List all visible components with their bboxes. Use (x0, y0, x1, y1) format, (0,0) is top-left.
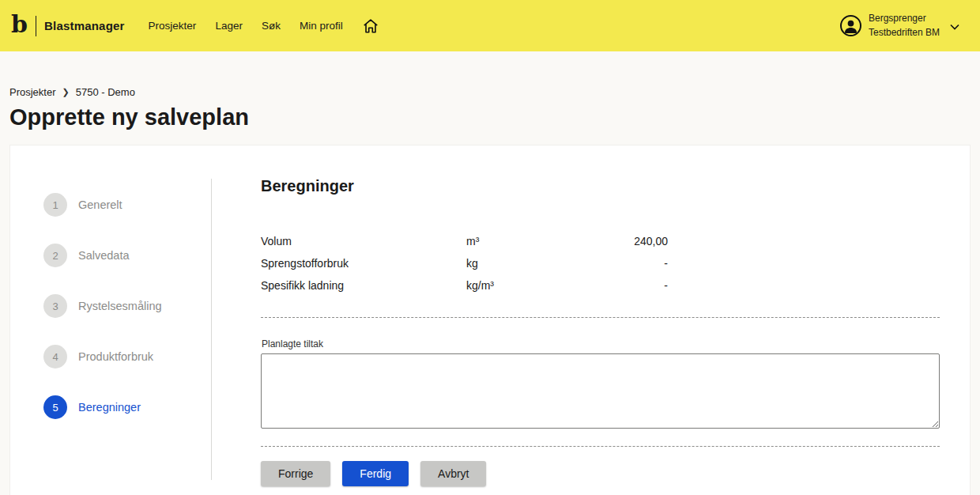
step-4-circle: 4 (43, 345, 67, 368)
user-menu[interactable]: Bergsprenger Testbedriften BM (840, 12, 959, 40)
wizard-stepper: 1 Generelt 2 Salvedata 3 Rystelsesmåling… (43, 176, 211, 486)
step-3-circle: 3 (43, 294, 67, 318)
row-label: Volum (261, 235, 466, 248)
table-row-volum: Volum m³ 240,00 (261, 230, 940, 252)
row-unit: kg (466, 257, 581, 270)
table-row-spesifikk-ladning: Spesifikk ladning kg/m³ - (261, 274, 940, 297)
page-body: Prosjekter ❯ 5750 - Demo Opprette ny sal… (0, 86, 980, 495)
calculations-table: Volum m³ 240,00 Sprengstofforbruk kg - S… (261, 230, 940, 297)
row-value: - (581, 257, 668, 270)
row-unit: kg/m³ (466, 279, 581, 292)
brand-name: Blastmanager (44, 19, 125, 32)
step-4-label: Produktforbruk (78, 350, 153, 363)
step-1-circle: 1 (43, 193, 67, 217)
step-content: Beregninger Volum m³ 240,00 Sprengstoffo… (212, 176, 940, 486)
home-icon[interactable] (362, 17, 379, 35)
user-company: Testbedriften BM (869, 26, 940, 40)
step-produktforbruk[interactable]: 4 Produktforbruk (43, 345, 211, 368)
chevron-down-icon[interactable] (950, 19, 959, 33)
breadcrumb-prosjekter[interactable]: Prosjekter (9, 86, 56, 98)
step-3-label: Rystelsesmåling (78, 300, 162, 312)
logo-divider (36, 16, 36, 36)
row-label: Spesifikk ladning (261, 279, 466, 292)
previous-button[interactable]: Forrige (261, 461, 330, 486)
app-logo[interactable]: b Blastmanager (11, 14, 125, 38)
salveplan-card: 1 Generelt 2 Salvedata 3 Rystelsesmåling… (9, 145, 971, 495)
step-rystelsesmaling[interactable]: 3 Rystelsesmåling (43, 294, 211, 318)
step-salvedata[interactable]: 2 Salvedata (43, 244, 211, 267)
step-beregninger[interactable]: 5 Beregninger (43, 395, 211, 419)
app-header: b Blastmanager Prosjekter Lager Søk Min … (0, 0, 980, 51)
content-heading: Beregninger (261, 177, 940, 195)
row-unit: m³ (466, 235, 581, 248)
tiltak-label: Planlagte tiltak (262, 338, 940, 350)
cancel-button[interactable]: Avbryt (420, 461, 486, 486)
step-5-circle: 5 (43, 395, 67, 419)
finish-button[interactable]: Ferdig (342, 461, 409, 486)
row-value: 240,00 (581, 235, 668, 248)
divider-top (261, 317, 940, 318)
page-title: Opprette ny salveplan (9, 104, 971, 130)
row-label: Sprengstofforbruk (261, 257, 466, 270)
brand-logo-icon: b (11, 13, 28, 36)
breadcrumb: Prosjekter ❯ 5750 - Demo (9, 86, 971, 98)
nav-item-prosjekter[interactable]: Prosjekter (149, 20, 197, 32)
table-row-sprengstofforbruk: Sprengstofforbruk kg - (261, 252, 940, 274)
breadcrumb-separator-icon: ❯ (62, 87, 70, 97)
planlagte-tiltak-textarea[interactable] (261, 353, 940, 429)
user-info: Bergsprenger Testbedriften BM (869, 12, 940, 40)
step-generelt[interactable]: 1 Generelt (43, 193, 211, 217)
step-2-circle: 2 (43, 244, 67, 267)
breadcrumb-project[interactable]: 5750 - Demo (76, 86, 135, 98)
step-1-label: Generelt (78, 198, 122, 211)
divider-bottom (261, 446, 940, 447)
user-avatar-icon (840, 15, 861, 36)
step-5-label: Beregninger (78, 401, 141, 414)
nav-item-lager[interactable]: Lager (215, 20, 243, 32)
wizard-buttons: Forrige Ferdig Avbryt (261, 461, 940, 486)
step-2-label: Salvedata (78, 249, 130, 262)
nav-item-min-profil[interactable]: Min profil (300, 20, 343, 32)
row-value: - (581, 279, 668, 292)
user-name: Bergsprenger (869, 12, 940, 25)
nav-item-sok[interactable]: Søk (262, 20, 281, 32)
main-nav: Prosjekter Lager Søk Min profil (149, 17, 379, 35)
